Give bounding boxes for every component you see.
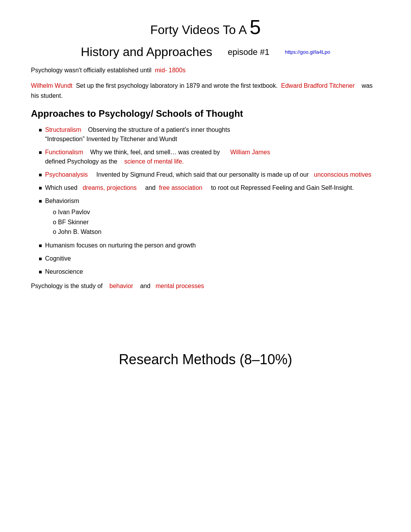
psych-def-before: Psychology is the study of [31,283,103,289]
bullet-icon: ■ [39,126,42,134]
which-used-content: Which used dreams, projections and free … [45,183,380,193]
structuralism-content: Structuralism Observing the structure of… [45,125,380,144]
header-row: History and Approaches episode #1 https:… [31,45,380,59]
behaviorism-name: Behaviorism [45,198,79,204]
bottom-section: Research Methods (8–10%) [31,351,380,368]
psychoanalysis-text: Invented by Sigmund Freud, which said th… [96,171,309,178]
intro-text: Psychology wasn't officially established… [31,67,151,73]
list-item-cognitive: ■ Cognitive [39,254,380,263]
free-association: free association [159,184,202,191]
bottom-title: Research Methods (8–10%) [31,351,380,368]
bullet-icon-5: ■ [39,197,42,205]
bullet-icon-3: ■ [39,171,42,179]
list-item-structuralism: ■ Structuralism Observing the structure … [39,125,380,144]
wundt-text1: Set up the first psychology laboratory i… [76,82,277,89]
which-used-suffix: to root out Repressed Feeling and Gain S… [211,184,354,191]
list-item-humanism: ■ Humanism focuses on nurturing the pers… [39,241,380,250]
list-item-functionalism: ■ Functionalism Why we think, feel, and … [39,148,380,166]
william-james: William James [230,149,270,155]
bullet-icon-8: ■ [39,268,42,276]
structuralism-text: Observing the structure of a patient’s i… [88,126,230,133]
title-prefix: Forty Videos To A [150,23,250,37]
list-item-watson: John B. Watson [53,227,380,237]
cognitive-name: Cognitive [45,255,71,262]
bullet-icon-4: ■ [39,184,42,192]
unconscious-motives: unconscious motives [314,171,372,178]
list-item-psychoanalysis: ■ Psychoanalysis Invented by Sigmund Fre… [39,170,380,179]
science-of-mental-life: science of mental life. [124,158,184,165]
psych-def-middle: and [140,283,151,289]
which-used-prefix: Which used [45,184,77,191]
dreams-projections: dreams, projections [82,184,137,191]
neuroscience-content: Neuroscience [45,267,380,276]
psych-def-highlight2: mental processes [156,283,204,289]
approaches-list: ■ Structuralism Observing the structure … [31,125,380,276]
list-item-skinner: BF Skinner [53,217,380,227]
cognitive-content: Cognitive [45,254,380,263]
functionalism-text: Why we think, feel, and smell… was creat… [90,149,220,155]
list-item-behaviorism: ■ Behaviorism Ivan Pavlov BF Skinner Joh… [39,196,380,237]
watson-name: John B. Watson [58,228,101,235]
humanism-content: Humanism focuses on nurturing the person… [45,241,380,250]
skinner-name: BF Skinner [58,219,89,225]
title-number: 5 [250,16,261,38]
which-used-middle: and [145,184,156,191]
psychoanalysis-name: Psychoanalysis [45,171,87,178]
bullet-icon-7: ■ [39,255,42,263]
page-title: Forty Videos To A 5 [31,15,380,39]
behaviorism-sublist: Ivan Pavlov BF Skinner John B. Watson [45,207,380,237]
bullet-icon-6: ■ [39,242,42,250]
structuralism-name: Structuralism [45,126,81,133]
psych-def-highlight1: behavior [110,283,133,289]
intro-highlight: mid- 1800s [155,67,185,73]
bullet-icon-2: ■ [39,148,42,157]
psychoanalysis-content: Psychoanalysis Invented by Sigmund Freud… [45,170,380,179]
wundt-name: Wilhelm Wundt [31,82,72,89]
episode-label: episode #1 [228,47,270,57]
list-item-pavlov: Ivan Pavlov [53,207,380,217]
intro-line: Psychology wasn't officially established… [31,67,380,74]
episode-link[interactable]: https://goo.gl/la4Lpo [285,49,330,55]
wundt-section: Wilhelm Wundt Set up the first psycholog… [31,81,380,101]
list-item-which-used: ■ Which used dreams, projections and fre… [39,183,380,193]
section-title: History and Approaches [81,45,212,59]
psychology-definition: Psychology is the study of behavior and … [31,283,380,290]
functionalism-content: Functionalism Why we think, feel, and sm… [45,148,380,166]
functionalism-name: Functionalism [45,149,83,155]
functionalism-defined: defined Psychology as the [45,158,117,165]
humanism-text: Humanism focuses on nurturing the person… [45,242,196,249]
behaviorism-content: Behaviorism Ivan Pavlov BF Skinner John … [45,196,380,237]
neuroscience-name: Neuroscience [45,268,83,275]
pavlov-name: Ivan Pavlov [58,209,90,215]
structuralism-subtext: “Introspection” Invented by Titchener an… [45,136,177,142]
titchener-name: Edward Bradford Titchener [281,82,354,89]
list-item-neuroscience: ■ Neuroscience [39,267,380,276]
approaches-heading: Approaches to Psychology/ Schools of Tho… [31,108,380,119]
